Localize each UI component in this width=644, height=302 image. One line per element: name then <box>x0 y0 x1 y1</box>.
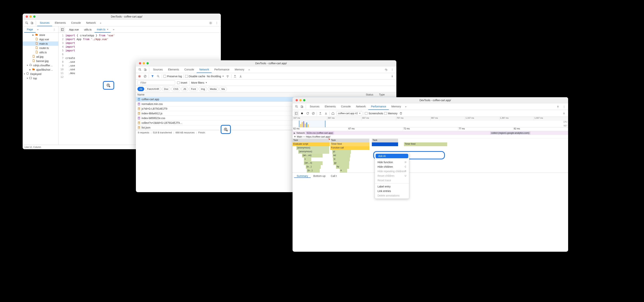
network-track[interactable]: ▶ Network 522e.css (coffee-cart.app) col… <box>292 131 568 135</box>
context-menu-item[interactable]: Label entry <box>375 184 409 189</box>
close-window-button[interactable] <box>26 15 28 18</box>
close-window-button[interactable] <box>139 62 141 64</box>
tab-console[interactable]: Console <box>182 66 197 73</box>
throttling-select[interactable]: No throttling▼ <box>207 75 224 78</box>
wifi-icon[interactable] <box>226 74 230 78</box>
main-thread-label[interactable]: ▼Main — https://coffee-cart.app/ <box>292 135 568 139</box>
tree-item[interactable]: App.vue <box>23 37 58 41</box>
editor-tab-utils[interactable]: utils.ts <box>82 26 94 33</box>
tab-memory[interactable]: Memory <box>232 66 247 73</box>
flame-entry[interactable]: Task <box>330 139 370 143</box>
tree-item[interactable]: ▼Deployed <box>23 72 58 76</box>
time-ruler-detail[interactable]: 62 ms67 ms72 ms77 ms82 ms <box>292 127 568 131</box>
disable-cache-checkbox[interactable]: Disable cache <box>185 75 205 78</box>
time-ruler-overview[interactable]: 197 ms397 ms597 ms797 ms997 ms1,197 ms1,… <box>292 117 568 121</box>
settings-icon[interactable] <box>555 104 560 109</box>
tab-sources[interactable]: Sources <box>150 66 165 73</box>
filter-pill[interactable]: CSS <box>171 87 180 91</box>
filter-pill[interactable]: Media <box>208 87 218 91</box>
flame-entry[interactable]: Timer fired <box>330 143 370 146</box>
flame-entry[interactable]: Task <box>292 139 330 143</box>
device-toggle-icon[interactable] <box>143 67 148 72</box>
filter-pill[interactable]: Ma <box>219 87 227 91</box>
tabs-overflow-icon[interactable]: » <box>404 103 408 110</box>
tab-console[interactable]: Console <box>338 103 353 110</box>
device-toggle-icon[interactable] <box>30 20 35 26</box>
tab-performance[interactable]: Performance <box>368 103 389 110</box>
tabs-overflow-icon[interactable]: » <box>247 66 251 73</box>
device-toggle-icon[interactable] <box>299 104 305 109</box>
filter-pill[interactable]: All <box>138 87 144 91</box>
maximize-window-button[interactable] <box>33 15 36 18</box>
flame-entry[interactable]: yz <box>332 150 351 154</box>
editor-tab-main[interactable]: main.ts× <box>94 26 110 33</box>
context-menu-item[interactable]: Hide functionH <box>375 160 409 164</box>
tab-network[interactable]: Network <box>353 103 368 110</box>
record-button[interactable] <box>300 111 304 116</box>
editor-tab-appvue[interactable]: App.vue <box>67 26 81 33</box>
tab-memory[interactable]: Memory <box>389 103 404 110</box>
upload-har-icon[interactable] <box>233 74 237 78</box>
filter-input[interactable] <box>138 80 175 85</box>
close-tab-icon[interactable]: × <box>107 28 108 31</box>
filter-pill[interactable]: Font <box>189 87 198 91</box>
inspect-element-icon[interactable] <box>294 104 299 109</box>
tree-item[interactable]: utils.ts <box>23 50 58 54</box>
inspect-element-icon[interactable] <box>24 20 30 26</box>
flame-entry[interactable]: wz <box>332 154 350 157</box>
flame-entry[interactable]: by <box>336 165 349 169</box>
inspect-element-icon[interactable] <box>138 67 143 72</box>
editor-tabs-overflow-icon[interactable]: » <box>111 28 116 31</box>
table-header[interactable]: Name Status Type <box>136 92 396 97</box>
download-icon[interactable] <box>324 111 328 116</box>
overview-strip[interactable]: CPU NET <box>292 121 568 127</box>
settings-icon[interactable] <box>384 67 389 72</box>
tab-performance[interactable]: Performance <box>212 66 232 73</box>
invert-checkbox[interactable]: Invert <box>177 81 187 84</box>
tab-elements[interactable]: Elements <box>52 20 68 26</box>
more-menu-icon[interactable]: ⋮ <box>214 20 219 26</box>
more-menu-icon[interactable]: ⋮ <box>52 27 57 32</box>
home-icon[interactable] <box>331 111 335 116</box>
tree-item[interactable]: main.ts <box>23 41 58 46</box>
tree-item[interactable]: banner.jpg <box>23 59 58 63</box>
more-menu-icon[interactable]: ⋮ <box>390 67 395 72</box>
tab-elements[interactable]: Elements <box>322 103 338 110</box>
preserve-log-checkbox[interactable]: Preserve log <box>164 75 182 78</box>
recording-select[interactable]: coffee-cart.app #2▼ <box>336 111 362 116</box>
tab-bottom-up[interactable]: Bottom-up <box>311 174 328 178</box>
flame-entry[interactable]: (anonymous) <box>296 146 329 150</box>
filter-icon[interactable] <box>150 74 154 78</box>
flame-entry[interactable]: (an…s) <box>304 161 323 165</box>
flame-entry[interactable]: (anonymous) <box>298 150 329 154</box>
tab-console[interactable]: Console <box>68 20 84 26</box>
flame-entry[interactable]: Function call <box>330 146 370 150</box>
tree-item[interactable]: ▼cdnjs.cloudflar… <box>23 63 58 67</box>
tab-elements[interactable]: Elements <box>165 66 182 73</box>
flame-entry[interactable]: tz <box>333 157 350 161</box>
minimize-window-button[interactable] <box>30 15 32 18</box>
tab-call-tree[interactable]: Call t <box>328 174 340 178</box>
more-filters-select[interactable]: More filters▼ <box>191 81 207 84</box>
context-menu-item[interactable]: Hide childrenC <box>375 164 409 169</box>
filter-pill[interactable]: Fetch/XHR <box>145 87 161 91</box>
network-settings-icon[interactable] <box>390 74 395 79</box>
clear-icon[interactable] <box>311 111 316 116</box>
maximize-window-button[interactable] <box>303 99 306 101</box>
search-icon[interactable] <box>156 74 160 78</box>
flame-entry[interactable]: e <box>340 169 347 172</box>
context-menu-item[interactable]: Link entries <box>375 189 409 193</box>
flame-entry[interactable]: c <box>304 157 312 161</box>
capture-settings-icon[interactable] <box>561 111 566 116</box>
tree-item[interactable]: ad.jpg <box>23 54 58 59</box>
flame-entry[interactable]: (an…us) <box>302 154 323 157</box>
more-menu-icon[interactable]: ⋮ <box>561 104 566 109</box>
tree-item[interactable]: ▼top <box>23 76 58 80</box>
minimize-window-button[interactable] <box>299 99 302 101</box>
settings-icon[interactable] <box>208 20 213 26</box>
subtab-page[interactable]: Page <box>24 26 36 33</box>
record-button[interactable] <box>138 74 142 78</box>
tab-summary[interactable]: Summary <box>294 174 311 178</box>
filter-pill[interactable]: Img <box>199 87 207 91</box>
minimize-window-button[interactable] <box>143 62 145 64</box>
